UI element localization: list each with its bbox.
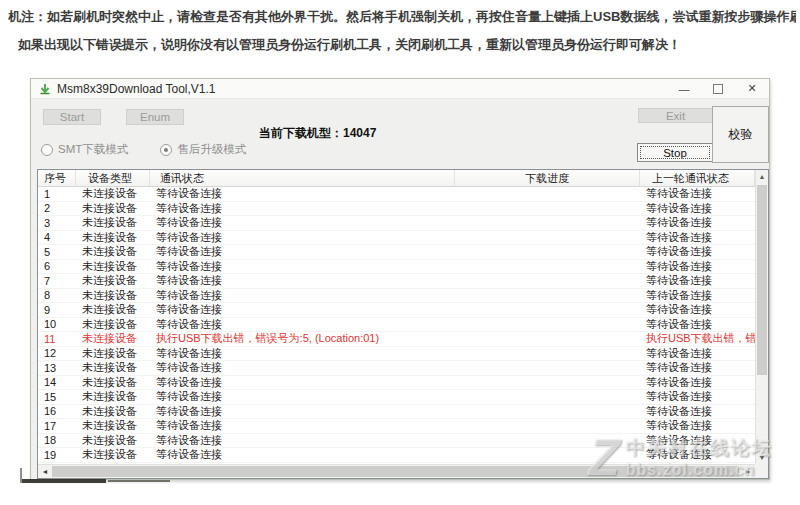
exit-button[interactable]: Exit <box>638 108 713 123</box>
radio-aftersale-mode[interactable]: 售后升级模式 <box>160 142 246 157</box>
table-cell: 执行USB下载出错，错误号 <box>640 332 755 346</box>
table-row[interactable]: 15未连接设备等待设备连接等待设备连接 <box>38 390 755 405</box>
stop-button[interactable]: Stop <box>637 143 713 162</box>
table-cell: 未连接设备 <box>76 187 150 201</box>
scroll-right-icon[interactable]: ► <box>741 465 755 478</box>
table-row[interactable]: 3未连接设备等待设备连接等待设备连接 <box>38 216 755 231</box>
table-cell: 6 <box>38 260 76 274</box>
column-header[interactable]: 上一轮通讯状态 <box>640 170 755 186</box>
table-cell: 15 <box>38 390 76 404</box>
table-cell: 等待设备连接 <box>150 390 455 404</box>
table-cell <box>455 231 640 245</box>
radio-unselected-icon <box>41 144 53 156</box>
table-cell <box>455 448 640 462</box>
annotation-line-1: 机注：如若刷机时突然中止，请检查是否有其他外界干扰。然后将手机强制关机，再按住音… <box>8 8 796 26</box>
vertical-scroll-thumb[interactable] <box>757 185 767 375</box>
table-cell: 等待设备连接 <box>640 448 755 462</box>
table-row[interactable]: 4未连接设备等待设备连接等待设备连接 <box>38 231 755 246</box>
scroll-down-icon[interactable]: ▼ <box>756 451 768 464</box>
table-body: 1未连接设备等待设备连接等待设备连接2未连接设备等待设备连接等待设备连接3未连接… <box>38 187 755 464</box>
maximize-button[interactable] <box>701 79 735 98</box>
table-row[interactable]: 16未连接设备等待设备连接等待设备连接 <box>38 405 755 420</box>
table-cell: 等待设备连接 <box>150 448 455 462</box>
table-cell: 等待设备连接 <box>150 419 455 433</box>
column-header[interactable]: 设备类型 <box>76 170 150 186</box>
table-cell: 未连接设备 <box>76 289 150 303</box>
table-cell: 未连接设备 <box>76 260 150 274</box>
table-cell: 等待设备连接 <box>150 405 455 419</box>
table-row[interactable]: 10未连接设备等待设备连接等待设备连接 <box>38 318 755 333</box>
table-row[interactable]: 8未连接设备等待设备连接等待设备连接 <box>38 289 755 304</box>
horizontal-scrollbar[interactable]: ◄ ► <box>38 464 755 478</box>
table-cell: 5 <box>38 245 76 259</box>
table-cell: 等待设备连接 <box>150 187 455 201</box>
table-cell: 等待设备连接 <box>150 376 455 390</box>
table-header: 序号设备类型通讯状态下载进度上一轮通讯状态 <box>38 170 755 187</box>
verify-button[interactable]: 校验 <box>712 106 769 163</box>
table-cell: 等待设备连接 <box>640 245 755 259</box>
minimize-button[interactable]: — <box>667 79 701 98</box>
table-row[interactable]: 13未连接设备等待设备连接等待设备连接 <box>38 361 755 376</box>
table-cell: 未连接设备 <box>76 390 150 404</box>
table-cell: 17 <box>38 419 76 433</box>
table-cell: 未连接设备 <box>76 202 150 216</box>
table-row[interactable]: 11未连接设备执行USB下载出错，错误号为:5, (Location:01)执行… <box>38 332 755 347</box>
table-cell <box>455 361 640 375</box>
app-download-icon <box>38 82 52 96</box>
device-table: 序号设备类型通讯状态下载进度上一轮通讯状态 1未连接设备等待设备连接等待设备连接… <box>37 169 769 479</box>
column-header[interactable]: 序号 <box>38 170 76 186</box>
table-cell: 等待设备连接 <box>150 274 455 288</box>
mode-radios: SMT下载模式 售后升级模式 <box>41 142 246 157</box>
table-cell <box>455 187 640 201</box>
start-button[interactable]: Start <box>43 109 101 125</box>
table-row[interactable]: 6未连接设备等待设备连接等待设备连接 <box>38 260 755 275</box>
table-cell: 等待设备连接 <box>640 260 755 274</box>
close-button[interactable]: ✕ <box>735 79 769 98</box>
shadow-artifact <box>20 468 22 483</box>
table-cell: 等待设备连接 <box>640 202 755 216</box>
table-cell <box>455 216 640 230</box>
radio-smt-mode[interactable]: SMT下载模式 <box>41 142 128 157</box>
table-cell: 18 <box>38 434 76 448</box>
table-cell: 等待设备连接 <box>640 434 755 448</box>
model-label: 当前下载机型： <box>259 126 343 140</box>
scrollbar-corner <box>755 464 768 478</box>
table-row[interactable]: 18未连接设备等待设备连接等待设备连接 <box>38 434 755 449</box>
column-header[interactable]: 下载进度 <box>455 170 640 186</box>
table-cell <box>455 245 640 259</box>
table-row[interactable]: 12未连接设备等待设备连接等待设备连接 <box>38 347 755 362</box>
table-cell <box>455 332 640 346</box>
table-cell: 等待设备连接 <box>640 419 755 433</box>
table-row[interactable]: 2未连接设备等待设备连接等待设备连接 <box>38 202 755 217</box>
enum-button[interactable]: Enum <box>126 109 184 125</box>
scroll-up-icon[interactable]: ▲ <box>756 170 768 183</box>
table-cell <box>455 390 640 404</box>
column-header[interactable]: 通讯状态 <box>150 170 455 186</box>
table-cell: 14 <box>38 376 76 390</box>
table-row[interactable]: 5未连接设备等待设备连接等待设备连接 <box>38 245 755 260</box>
table-row[interactable]: 19未连接设备等待设备连接等待设备连接 <box>38 448 755 463</box>
table-cell: 未连接设备 <box>76 376 150 390</box>
table-cell: 10 <box>38 318 76 332</box>
table-cell: 7 <box>38 274 76 288</box>
table-row[interactable]: 7未连接设备等待设备连接等待设备连接 <box>38 274 755 289</box>
table-cell <box>455 202 640 216</box>
table-row[interactable]: 14未连接设备等待设备连接等待设备连接 <box>38 376 755 391</box>
radio-aftersale-label: 售后升级模式 <box>177 142 246 157</box>
horizontal-scroll-thumb[interactable] <box>52 466 739 477</box>
table-cell: 未连接设备 <box>76 405 150 419</box>
table-row[interactable]: 9未连接设备等待设备连接等待设备连接 <box>38 303 755 318</box>
table-row[interactable]: 1未连接设备等待设备连接等待设备连接 <box>38 187 755 202</box>
annotation-line-2: 如果出现以下错误提示，说明你没有以管理员身份运行刷机工具，关闭刷机工具，重新以管… <box>18 36 796 54</box>
vertical-scrollbar[interactable]: ▲ ▼ <box>755 170 768 464</box>
table-row[interactable]: 17未连接设备等待设备连接等待设备连接 <box>38 419 755 434</box>
radio-smt-label: SMT下载模式 <box>58 142 128 157</box>
maximize-icon <box>713 84 723 94</box>
table-cell: 等待设备连接 <box>640 274 755 288</box>
table-cell: 等待设备连接 <box>150 245 455 259</box>
table-cell: 等待设备连接 <box>640 361 755 375</box>
table-cell: 12 <box>38 347 76 361</box>
radio-selected-icon <box>160 144 172 156</box>
scroll-left-icon[interactable]: ◄ <box>38 465 52 478</box>
titlebar: Msm8x39Download Tool,V1.1 — ✕ <box>31 79 769 99</box>
